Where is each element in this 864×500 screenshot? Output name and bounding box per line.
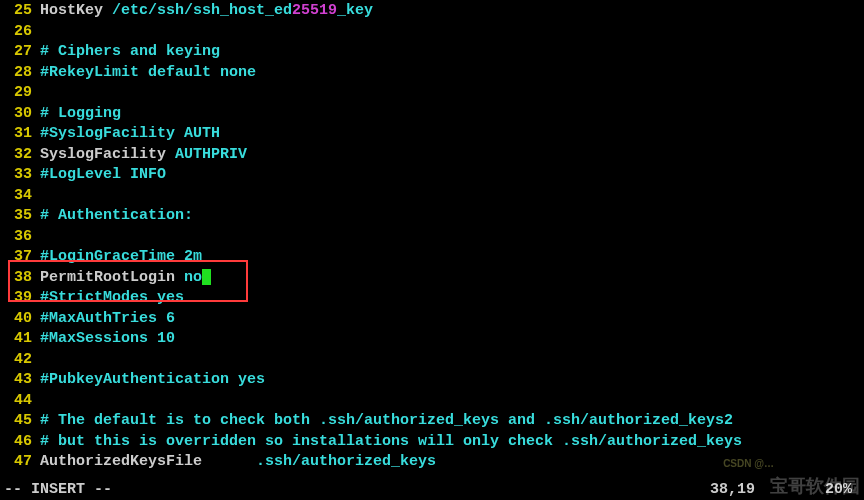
code-line[interactable]: 47AuthorizedKeysFile .ssh/authorized_key…: [0, 452, 864, 473]
code-content[interactable]: SyslogFacility AUTHPRIV: [40, 145, 864, 166]
code-line[interactable]: 37#LoginGraceTime 2m: [0, 247, 864, 268]
line-number: 46: [0, 432, 40, 453]
line-number: 31: [0, 124, 40, 145]
code-line[interactable]: 39#StrictModes yes: [0, 288, 864, 309]
line-number: 26: [0, 22, 40, 43]
code-line[interactable]: 34: [0, 186, 864, 207]
code-content[interactable]: #LogLevel INFO: [40, 165, 864, 186]
code-line[interactable]: 44: [0, 391, 864, 412]
code-content[interactable]: # The default is to check both .ssh/auth…: [40, 411, 864, 432]
code-content[interactable]: [40, 83, 864, 104]
code-content[interactable]: #MaxSessions 10: [40, 329, 864, 350]
line-number: 30: [0, 104, 40, 125]
line-number: 40: [0, 309, 40, 330]
line-number: 27: [0, 42, 40, 63]
line-number: 29: [0, 83, 40, 104]
scroll-percent: 20%: [825, 480, 860, 500]
code-content[interactable]: #PubkeyAuthentication yes: [40, 370, 864, 391]
code-line[interactable]: 32SyslogFacility AUTHPRIV: [0, 145, 864, 166]
line-number: 47: [0, 452, 40, 473]
code-content[interactable]: #LoginGraceTime 2m: [40, 247, 864, 268]
code-line[interactable]: 28#RekeyLimit default none: [0, 63, 864, 84]
code-content[interactable]: #MaxAuthTries 6: [40, 309, 864, 330]
code-content[interactable]: [40, 227, 864, 248]
code-content[interactable]: # Logging: [40, 104, 864, 125]
code-line[interactable]: 25HostKey /etc/ssh/ssh_host_ed25519_key: [0, 1, 864, 22]
code-line[interactable]: 36: [0, 227, 864, 248]
cursor: [202, 269, 211, 285]
line-number: 37: [0, 247, 40, 268]
code-line[interactable]: 41#MaxSessions 10: [0, 329, 864, 350]
code-line[interactable]: 31#SyslogFacility AUTH: [0, 124, 864, 145]
code-line[interactable]: 33#LogLevel INFO: [0, 165, 864, 186]
code-content[interactable]: # but this is overridden so installation…: [40, 432, 864, 453]
vim-mode: -- INSERT --: [4, 480, 112, 500]
line-number: 25: [0, 1, 40, 22]
code-content[interactable]: [40, 186, 864, 207]
code-line[interactable]: 38PermitRootLogin no: [0, 268, 864, 289]
code-content[interactable]: # Authentication:: [40, 206, 864, 227]
line-number: 45: [0, 411, 40, 432]
code-content[interactable]: #StrictModes yes: [40, 288, 864, 309]
code-content[interactable]: PermitRootLogin no: [40, 268, 864, 289]
code-content[interactable]: [40, 350, 864, 371]
line-number: 34: [0, 186, 40, 207]
line-number: 41: [0, 329, 40, 350]
code-line[interactable]: 30# Logging: [0, 104, 864, 125]
code-line[interactable]: 26: [0, 22, 864, 43]
line-number: 38: [0, 268, 40, 289]
line-number: 43: [0, 370, 40, 391]
code-content[interactable]: AuthorizedKeysFile .ssh/authorized_keys: [40, 452, 864, 473]
code-content[interactable]: HostKey /etc/ssh/ssh_host_ed25519_key: [40, 1, 864, 22]
code-content[interactable]: #RekeyLimit default none: [40, 63, 864, 84]
code-line[interactable]: 27# Ciphers and keying: [0, 42, 864, 63]
line-number: 42: [0, 350, 40, 371]
line-number: 33: [0, 165, 40, 186]
code-line[interactable]: 42: [0, 350, 864, 371]
line-number: 32: [0, 145, 40, 166]
code-line[interactable]: 46# but this is overridden so installati…: [0, 432, 864, 453]
line-number: 28: [0, 63, 40, 84]
code-content[interactable]: # Ciphers and keying: [40, 42, 864, 63]
code-content[interactable]: [40, 22, 864, 43]
code-line[interactable]: 40#MaxAuthTries 6: [0, 309, 864, 330]
editor-viewport[interactable]: 25HostKey /etc/ssh/ssh_host_ed25519_key2…: [0, 0, 864, 473]
code-line[interactable]: 45# The default is to check both .ssh/au…: [0, 411, 864, 432]
code-content[interactable]: [40, 391, 864, 412]
code-line[interactable]: 29: [0, 83, 864, 104]
cursor-position: 38,19: [710, 480, 825, 500]
line-number: 44: [0, 391, 40, 412]
line-number: 36: [0, 227, 40, 248]
line-number: 39: [0, 288, 40, 309]
code-content[interactable]: #SyslogFacility AUTH: [40, 124, 864, 145]
code-line[interactable]: 35# Authentication:: [0, 206, 864, 227]
code-line[interactable]: 43#PubkeyAuthentication yes: [0, 370, 864, 391]
line-number: 35: [0, 206, 40, 227]
status-bar: -- INSERT -- 38,19 20%: [0, 480, 864, 500]
